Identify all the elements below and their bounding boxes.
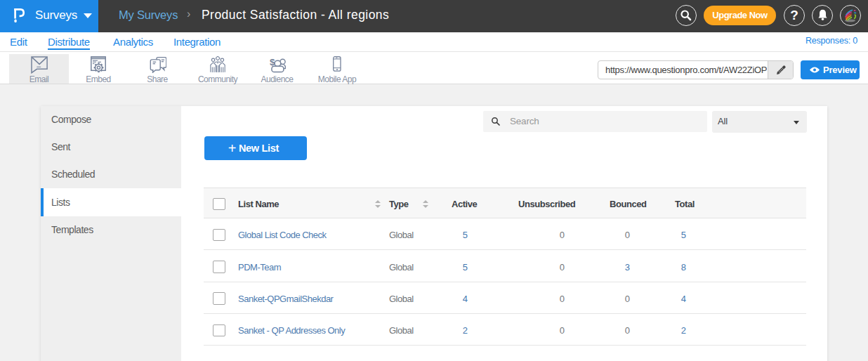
svg-text:$: $ — [270, 57, 275, 67]
